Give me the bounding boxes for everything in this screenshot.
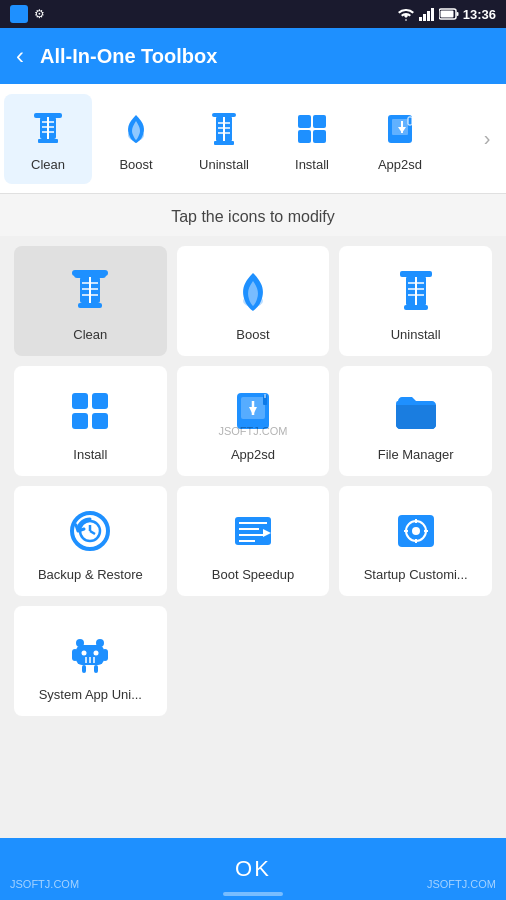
app-small-icon [10,5,28,23]
ok-button[interactable]: OK [235,856,271,882]
svg-rect-1 [423,14,426,21]
status-right: 13:36 [397,7,496,22]
boost-grid-icon [225,263,281,319]
toolbar-items: Clean Boost [4,94,472,184]
grid-boost-label: Boost [236,327,269,344]
app2sd-toolbar-icon [376,105,424,153]
svg-rect-15 [212,113,236,117]
toolbar-item-clean[interactable]: Clean [4,94,92,184]
svg-rect-5 [456,12,458,16]
grid-item-system-app-uni[interactable]: System App Uni... [14,606,167,716]
toolbar-boost-label: Boost [119,157,152,172]
svg-rect-2 [427,11,430,21]
svg-rect-48 [72,413,88,429]
install-toolbar-icon [288,105,336,153]
header-title: All-In-One Toolbox [40,45,217,68]
subtitle-text: Tap the icons to modify [0,194,506,236]
svg-point-79 [94,650,99,655]
watermark-bottom-right: JSOFTJ.COM [427,878,496,890]
toolbar-item-boost[interactable]: Boost [92,94,180,184]
toolbar-uninstall-label: Uninstall [199,157,249,172]
grid-item-install[interactable]: Install [14,366,167,476]
grid-backup-restore-label: Backup & Restore [38,567,143,584]
toolbar-item-install[interactable]: Install [268,94,356,184]
grid-boot-speedup-label: Boot Speedup [212,567,294,584]
grid-item-startup-customize[interactable]: Startup Customi... [339,486,492,596]
toolbar-item-app2sd[interactable]: App2sd [356,94,444,184]
svg-rect-25 [313,130,326,143]
startup-customize-grid-icon [388,503,444,559]
svg-rect-39 [400,271,432,277]
grid-file-manager-label: File Manager [378,447,454,464]
svg-point-66 [412,527,420,535]
watermark-bottom-left: JSOFTJ.COM [10,878,79,890]
grid-uninstall-label: Uninstall [391,327,441,344]
svg-rect-31 [72,270,108,276]
clean-grid-icon [62,263,118,319]
svg-rect-77 [94,665,98,673]
svg-rect-74 [72,649,78,661]
toolbar-app2sd-label: App2sd [378,157,422,172]
svg-line-58 [90,531,95,534]
boot-speedup-grid-icon [225,503,281,559]
svg-rect-46 [72,393,88,409]
toolbar-item-uninstall[interactable]: Uninstall [180,94,268,184]
svg-point-78 [82,650,87,655]
ok-bar: OK [0,838,506,900]
backup-restore-grid-icon [62,503,118,559]
svg-rect-47 [92,393,108,409]
battery-icon [439,8,459,20]
app2sd-grid-icon [225,383,281,439]
icon-grid: Clean Boost Uninstall [0,236,506,726]
grid-item-boost[interactable]: Boost [177,246,330,356]
svg-rect-37 [78,303,102,308]
status-left-icons: ⚙ [10,5,45,23]
status-bar: ⚙ 13:36 [0,0,506,28]
grid-item-clean[interactable]: Clean [14,246,167,356]
app-header: ‹ All-In-One Toolbox [0,28,506,84]
svg-rect-23 [313,115,326,128]
grid-item-app2sd[interactable]: App2sd [177,366,330,476]
toolbar-install-label: Install [295,157,329,172]
wifi-icon [397,7,415,21]
signal-icon [419,7,435,21]
grid-item-boot-speedup[interactable]: Boot Speedup [177,486,330,596]
grid-item-backup-restore[interactable]: Backup & Restore [14,486,167,596]
install-grid-icon [62,383,118,439]
svg-rect-45 [404,305,428,310]
svg-rect-22 [298,115,311,128]
toolbar-scroll-arrow[interactable]: › [472,124,502,154]
svg-rect-3 [431,8,434,21]
grid-clean-label: Clean [73,327,107,344]
toolbar-scroll: Clean Boost [0,84,506,194]
grid-system-app-uni-label: System App Uni... [39,687,142,704]
svg-rect-49 [92,413,108,429]
svg-rect-0 [419,17,422,21]
svg-rect-76 [82,665,86,673]
svg-rect-13 [38,139,58,143]
grid-app2sd-label: App2sd [231,447,275,464]
svg-rect-21 [214,141,234,145]
toolbar-clean-label: Clean [31,157,65,172]
svg-rect-28 [408,117,412,125]
back-button[interactable]: ‹ [16,42,24,70]
grid-item-uninstall[interactable]: Uninstall [339,246,492,356]
svg-rect-75 [102,649,108,661]
svg-rect-6 [440,11,453,18]
settings-small-icon: ⚙ [34,7,45,21]
boost-toolbar-icon [112,105,160,153]
uninstall-toolbar-icon [200,105,248,153]
grid-startup-customize-label: Startup Customi... [364,567,468,584]
system-app-uni-grid-icon [62,623,118,679]
uninstall-grid-icon [388,263,444,319]
grid-install-label: Install [73,447,107,464]
svg-rect-24 [298,130,311,143]
clean-toolbar-icon [24,105,72,153]
time-display: 13:36 [463,7,496,22]
file-manager-grid-icon [388,383,444,439]
svg-rect-54 [264,394,266,398]
grid-item-file-manager[interactable]: File Manager [339,366,492,476]
